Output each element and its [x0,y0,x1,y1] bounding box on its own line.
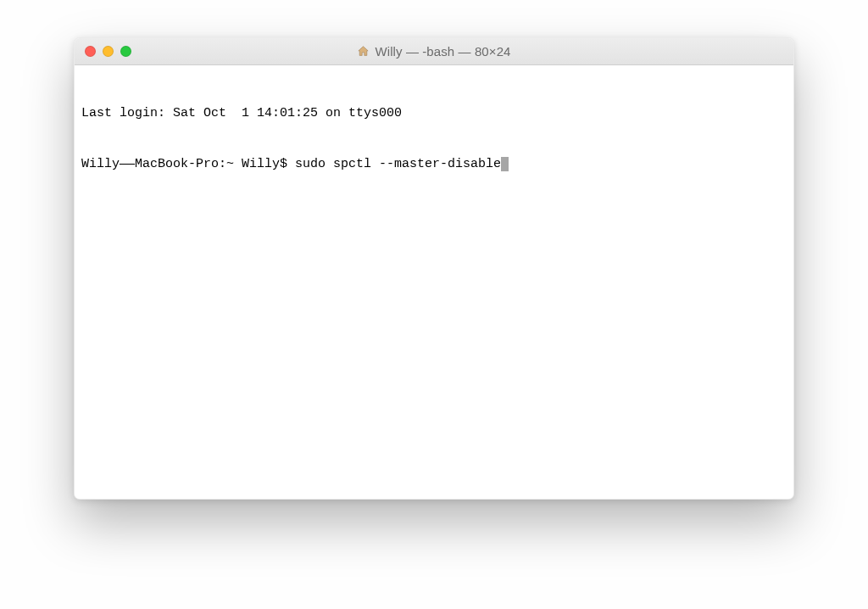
terminal-body[interactable]: Last login: Sat Oct 1 14:01:25 on ttys00… [75,65,793,499]
close-button[interactable] [85,46,96,57]
cursor [501,157,509,172]
last-login-line: Last login: Sat Oct 1 14:01:25 on ttys00… [81,105,787,122]
zoom-button[interactable] [120,46,131,57]
home-icon [357,45,370,58]
window-title-wrap: Willy — -bash — 80×24 [75,44,793,59]
shell-prompt: Willy——MacBook-Pro:~ Willy$ [81,157,295,171]
terminal-window: Willy — -bash — 80×24 Last login: Sat Oc… [74,37,794,500]
window-title: Willy — -bash — 80×24 [375,44,510,59]
typed-command: sudo spctl --master-disable [295,157,501,171]
minimize-button[interactable] [103,46,114,57]
prompt-line: Willy——MacBook-Pro:~ Willy$ sudo spctl -… [81,156,787,173]
titlebar[interactable]: Willy — -bash — 80×24 [75,38,793,65]
traffic-lights [75,46,131,57]
